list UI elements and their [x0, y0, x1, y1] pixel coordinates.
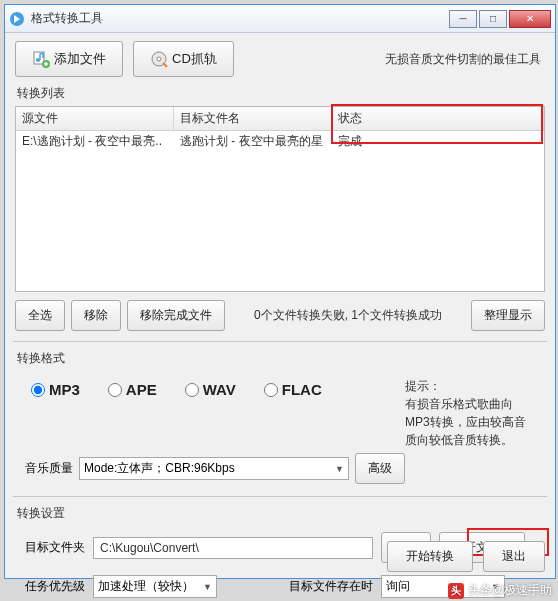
conversion-summary: 0个文件转换失败, 1个文件转换成功 — [231, 307, 465, 324]
exists-label: 目标文件存在时 — [289, 578, 373, 595]
quality-label: 音乐质量 — [25, 460, 73, 477]
close-button[interactable]: ✕ — [509, 10, 551, 28]
settings-section-label: 转换设置 — [13, 503, 547, 526]
radio-flac-input[interactable] — [264, 383, 278, 397]
list-section-label: 转换列表 — [5, 83, 555, 106]
list-row[interactable]: E:\逃跑计划 - 夜空中最亮.. 逃跑计划 - 夜空中最亮的星 完成 — [16, 131, 544, 152]
exit-button[interactable]: 退出 — [483, 541, 545, 572]
chevron-down-icon: ▼ — [203, 582, 212, 592]
add-file-label: 添加文件 — [54, 50, 106, 68]
watermark-logo-icon: 头 — [448, 583, 464, 599]
quality-value: Mode:立体声；CBR:96Kbps — [84, 460, 235, 477]
priority-value: 加速处理（较快） — [98, 578, 194, 595]
hint-body: 有损音乐格式歌曲向MP3转换，应由较高音质向较低音质转换。 — [405, 397, 526, 447]
radio-mp3[interactable]: MP3 — [31, 381, 80, 398]
col-target[interactable]: 目标文件名 — [174, 107, 332, 130]
slogan-text: 无损音质文件切割的最佳工具 — [385, 51, 541, 68]
row-target: 逃跑计划 - 夜空中最亮的星 — [174, 131, 332, 152]
window-controls: ─ □ ✕ — [449, 10, 551, 28]
app-window: 格式转换工具 ─ □ ✕ 添加文件 CD抓轨 无损音质文件切割的最佳工具 转换列… — [4, 4, 556, 579]
cd-rip-button[interactable]: CD抓轨 — [133, 41, 234, 77]
select-all-button[interactable]: 全选 — [15, 300, 65, 331]
svg-point-5 — [157, 57, 161, 61]
col-status[interactable]: 状态 — [332, 107, 544, 130]
col-source[interactable]: 源文件 — [16, 107, 174, 130]
cd-rip-label: CD抓轨 — [172, 50, 217, 68]
target-folder-input[interactable] — [93, 537, 373, 559]
watermark-text: 头条@极速手助 — [468, 582, 552, 599]
hint-title: 提示： — [405, 379, 441, 393]
maximize-button[interactable]: □ — [479, 10, 507, 28]
music-add-icon — [32, 50, 50, 68]
main-toolbar: 添加文件 CD抓轨 无损音质文件切割的最佳工具 — [5, 33, 555, 83]
row-source: E:\逃跑计划 - 夜空中最亮.. — [16, 131, 174, 152]
advanced-button[interactable]: 高级 — [355, 453, 405, 484]
row-status: 完成 — [332, 131, 544, 152]
cd-icon — [150, 50, 168, 68]
tidy-display-button[interactable]: 整理显示 — [471, 300, 545, 331]
quality-select[interactable]: Mode:立体声；CBR:96Kbps ▼ — [79, 457, 349, 480]
radio-wav-input[interactable] — [185, 383, 199, 397]
radio-flac[interactable]: FLAC — [264, 381, 322, 398]
add-file-button[interactable]: 添加文件 — [15, 41, 123, 77]
exists-value: 询问 — [386, 578, 410, 595]
format-hint: 提示： 有损音乐格式歌曲向MP3转换，应由较高音质向较低音质转换。 — [405, 377, 535, 449]
chevron-down-icon: ▼ — [335, 464, 344, 474]
radio-ape[interactable]: APE — [108, 381, 157, 398]
list-header: 源文件 目标文件名 状态 — [16, 107, 544, 131]
minimize-button[interactable]: ─ — [449, 10, 477, 28]
list-actions: 全选 移除 移除完成文件 0个文件转换失败, 1个文件转换成功 整理显示 — [5, 292, 555, 339]
start-button[interactable]: 开始转换 — [387, 541, 473, 572]
radio-wav[interactable]: WAV — [185, 381, 236, 398]
radio-ape-input[interactable] — [108, 383, 122, 397]
conversion-list: 源文件 目标文件名 状态 E:\逃跑计划 - 夜空中最亮.. 逃跑计划 - 夜空… — [15, 106, 545, 292]
remove-button[interactable]: 移除 — [71, 300, 121, 331]
format-options: MP3 APE WAV FLAC 提示： 有损音乐格式歌曲向MP3转换，应由较高… — [13, 371, 547, 449]
window-title: 格式转换工具 — [31, 10, 449, 27]
target-folder-label: 目标文件夹 — [25, 539, 85, 556]
watermark: 头 头条@极速手助 — [448, 582, 552, 599]
radio-mp3-input[interactable] — [31, 383, 45, 397]
titlebar: 格式转换工具 ─ □ ✕ — [5, 5, 555, 33]
priority-select[interactable]: 加速处理（较快） ▼ — [93, 575, 217, 598]
priority-label: 任务优先级 — [25, 578, 85, 595]
remove-done-button[interactable]: 移除完成文件 — [127, 300, 225, 331]
format-section-label: 转换格式 — [13, 348, 547, 371]
footer-actions: 开始转换 退出 — [387, 541, 545, 572]
quality-row: 音乐质量 Mode:立体声；CBR:96Kbps ▼ 高级 — [13, 449, 547, 492]
app-icon — [9, 11, 25, 27]
